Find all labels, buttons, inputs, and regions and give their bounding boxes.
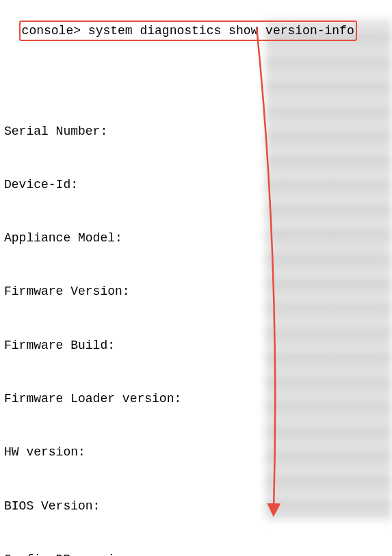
output-row: Serial Number: bbox=[4, 122, 388, 140]
version-info-block: Serial Number: Device-Id: Appliance Mode… bbox=[4, 86, 388, 556]
command-text: system diagnostics show version-info bbox=[88, 24, 354, 38]
row-label: Device-Id: bbox=[4, 176, 78, 194]
row-label: HW version: bbox=[4, 443, 86, 461]
row-label: Serial Number: bbox=[4, 122, 107, 140]
row-label: Firmware Build: bbox=[4, 336, 115, 354]
row-label: BIOS Version: bbox=[4, 497, 100, 515]
output-row: Config DB version: bbox=[4, 551, 388, 556]
prompt-prefix: console> bbox=[22, 24, 81, 38]
terminal-output: console> system diagnostics show version… bbox=[0, 0, 392, 556]
output-row: HW version: bbox=[4, 443, 388, 461]
output-row: Firmware Loader version: bbox=[4, 390, 388, 408]
output-row: Firmware Build: bbox=[4, 336, 388, 354]
row-label: Firmware Version: bbox=[4, 282, 130, 300]
command-line-highlight: console> system diagnostics show version… bbox=[19, 21, 357, 41]
output-row: Firmware Version: bbox=[4, 282, 388, 300]
row-label: Config DB version: bbox=[4, 551, 137, 556]
row-label: Firmware Loader version: bbox=[4, 390, 181, 408]
output-row: BIOS Version: bbox=[4, 497, 388, 515]
output-row: Appliance Model: bbox=[4, 229, 388, 247]
output-row: Device-Id: bbox=[4, 176, 388, 194]
row-label: Appliance Model: bbox=[4, 229, 122, 247]
